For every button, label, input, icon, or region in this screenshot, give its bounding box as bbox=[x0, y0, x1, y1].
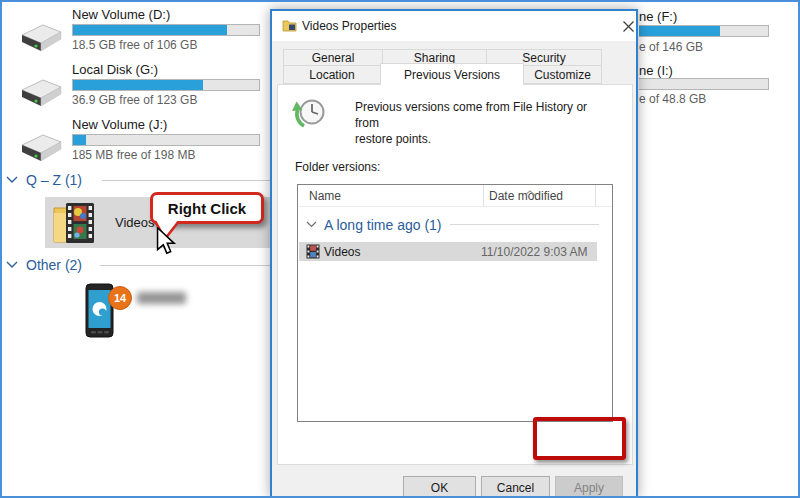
callout-text: Right Click bbox=[168, 200, 246, 217]
version-date: 11/10/2022 9:03 AM bbox=[481, 245, 588, 259]
group-divider bbox=[100, 265, 270, 266]
list-header: Name Date modified bbox=[298, 185, 612, 207]
drive-name-clipped[interactable]: ne (F:) bbox=[639, 9, 677, 24]
group-divider bbox=[450, 224, 599, 225]
tab-label: General bbox=[312, 51, 355, 65]
button-label: Apply bbox=[574, 481, 604, 495]
tab-label: Customize bbox=[534, 68, 591, 82]
folder-icon bbox=[282, 19, 297, 35]
restore-highlight-annotation bbox=[533, 417, 626, 460]
version-row-videos[interactable]: Videos 11/10/2022 9:03 AM bbox=[299, 242, 597, 261]
version-name: Videos bbox=[324, 245, 360, 259]
drive-free-text: 18.5 GB free of 106 GB bbox=[72, 38, 197, 52]
column-header-name[interactable]: Name bbox=[309, 189, 341, 203]
drive-icon bbox=[18, 77, 64, 114]
drive-name[interactable]: New Volume (J:) bbox=[72, 117, 167, 132]
description-line1: Previous versions come from File History… bbox=[355, 99, 605, 131]
videos-file-icon bbox=[306, 244, 320, 262]
videos-tile-label: Videos bbox=[115, 215, 155, 230]
notification-badge: 14 bbox=[108, 286, 132, 310]
drive-free-text: 185 MB free of 198 MB bbox=[72, 148, 195, 162]
capacity-bar bbox=[72, 24, 260, 36]
tab-label: Security bbox=[522, 51, 565, 65]
apply-button[interactable]: Apply bbox=[555, 476, 623, 498]
drive-name[interactable]: Local Disk (G:) bbox=[72, 62, 158, 77]
capacity-fill bbox=[639, 26, 720, 36]
close-icon[interactable] bbox=[616, 13, 640, 39]
previous-versions-description: Previous versions come from File History… bbox=[355, 99, 605, 147]
capacity-fill bbox=[73, 25, 227, 35]
tab-label: Location bbox=[309, 68, 354, 82]
tab-label: Previous Versions bbox=[404, 68, 500, 82]
capacity-bar bbox=[72, 79, 260, 91]
chevron-down-icon bbox=[6, 261, 18, 269]
videos-properties-dialog: Videos Properties General Sharing Securi… bbox=[270, 9, 638, 498]
cancel-button[interactable]: Cancel bbox=[481, 476, 550, 498]
chevron-down-icon bbox=[6, 176, 18, 184]
description-line2: restore points. bbox=[355, 131, 605, 147]
group-divider bbox=[102, 180, 270, 181]
previous-versions-clock-icon bbox=[292, 96, 328, 135]
chevron-down-icon bbox=[306, 221, 317, 228]
capacity-fill bbox=[73, 135, 86, 145]
cursor-icon bbox=[156, 227, 178, 261]
drive-free-text: e of 146 GB bbox=[639, 40, 703, 54]
drive-name[interactable]: New Volume (D:) bbox=[72, 7, 170, 22]
badge-count: 14 bbox=[114, 292, 126, 304]
ok-button[interactable]: OK bbox=[403, 476, 476, 498]
drive-name-clipped[interactable]: ne (I:) bbox=[639, 63, 673, 78]
capacity-bar bbox=[72, 134, 260, 146]
tab-customize[interactable]: Customize bbox=[523, 65, 602, 84]
capacity-bar bbox=[639, 25, 769, 37]
drive-icon bbox=[18, 132, 64, 169]
column-separator[interactable] bbox=[483, 185, 484, 207]
drive-icon bbox=[18, 22, 64, 59]
capacity-bar bbox=[639, 78, 769, 90]
sort-chevron-up-icon bbox=[524, 185, 536, 199]
tab-previous-versions[interactable]: Previous Versions bbox=[380, 63, 524, 85]
redacted-device-label bbox=[137, 292, 186, 304]
group-header-other[interactable]: Other (2) bbox=[6, 257, 82, 273]
group-header-qz[interactable]: Q – Z (1) bbox=[6, 172, 82, 188]
list-group-header[interactable]: A long time ago (1) bbox=[298, 213, 612, 236]
folder-versions-list[interactable]: Name Date modified A long time ago (1) bbox=[297, 184, 613, 422]
explorer-window: New Volume (D:) 18.5 GB free of 106 GB L… bbox=[0, 0, 800, 498]
right-click-callout: Right Click bbox=[150, 192, 264, 224]
dialog-title: Videos Properties bbox=[302, 19, 397, 33]
folder-versions-label: Folder versions: bbox=[295, 160, 380, 174]
drive-free-text: e of 48.8 GB bbox=[639, 92, 706, 106]
group-label: Other (2) bbox=[26, 257, 82, 273]
videos-folder-icon bbox=[52, 200, 104, 249]
tab-location[interactable]: Location bbox=[283, 65, 381, 84]
button-label: OK bbox=[431, 481, 448, 495]
drive-free-text: 36.9 GB free of 123 GB bbox=[72, 93, 197, 107]
group-label: Q – Z (1) bbox=[26, 172, 82, 188]
dialog-titlebar: Videos Properties bbox=[272, 11, 636, 41]
button-label: Cancel bbox=[497, 481, 534, 495]
tab-general[interactable]: General bbox=[283, 49, 383, 66]
column-separator[interactable] bbox=[595, 185, 596, 207]
group-label: A long time ago (1) bbox=[324, 217, 442, 233]
previous-versions-page: Previous versions come from File History… bbox=[277, 84, 633, 465]
capacity-fill bbox=[73, 80, 203, 90]
